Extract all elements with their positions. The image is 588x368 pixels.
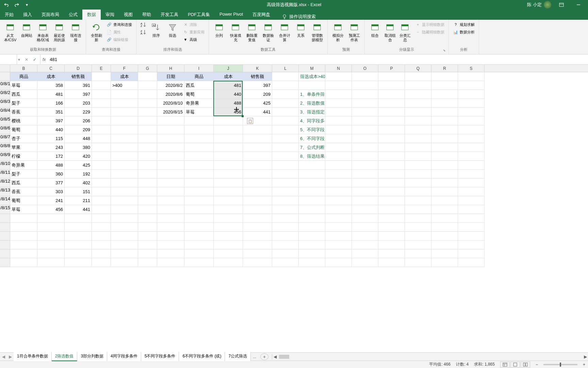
cell[interactable] (138, 99, 157, 108)
cell[interactable]: 440 (214, 90, 243, 99)
properties-button[interactable]: 📄属性 (105, 29, 133, 35)
cell[interactable] (431, 161, 458, 170)
cell[interactable]: 销售额 (65, 72, 92, 81)
ribbon-tab[interactable]: 数据 (82, 10, 101, 20)
cell[interactable] (405, 99, 431, 108)
solver-button[interactable]: ?规划求解 (452, 21, 476, 28)
cell[interactable] (272, 232, 299, 241)
cell[interactable] (157, 232, 184, 241)
cell[interactable] (325, 196, 352, 205)
row-header[interactable] (0, 232, 10, 241)
row-header[interactable] (0, 117, 10, 125)
cell[interactable] (111, 134, 138, 143)
cell[interactable] (378, 170, 405, 179)
cell[interactable]: 2、筛选数值 (299, 99, 325, 108)
cell[interactable] (405, 81, 431, 90)
cell[interactable] (458, 223, 485, 232)
cell[interactable] (92, 214, 111, 223)
cell[interactable] (378, 72, 405, 81)
cell[interactable] (92, 72, 111, 81)
cell[interactable] (352, 241, 378, 249)
cell[interactable]: 葡萄 (10, 125, 37, 134)
cell[interactable] (157, 241, 184, 249)
cell[interactable] (157, 125, 184, 134)
column-header[interactable]: I (184, 65, 214, 72)
cell[interactable] (138, 205, 157, 214)
row-header[interactable] (0, 223, 10, 232)
cell[interactable] (111, 214, 138, 223)
cell[interactable] (405, 170, 431, 179)
cell[interactable] (378, 99, 405, 108)
cell[interactable] (243, 143, 272, 152)
column-header[interactable]: P (378, 65, 405, 72)
cell[interactable]: 209 (65, 125, 92, 134)
cell[interactable] (111, 249, 138, 258)
cell[interactable]: 1、单条件筛选 (299, 90, 325, 99)
forecast-btn-1[interactable]: 预测工作表 (347, 21, 362, 43)
cell[interactable] (405, 179, 431, 187)
cell[interactable] (299, 205, 325, 214)
cell[interactable] (431, 232, 458, 241)
column-header[interactable]: S (458, 65, 485, 72)
cell[interactable] (243, 125, 272, 134)
cell[interactable] (37, 258, 65, 267)
cell[interactable] (352, 187, 378, 196)
cell[interactable] (325, 187, 352, 196)
cell[interactable] (431, 179, 458, 187)
cell[interactable] (378, 205, 405, 214)
cell[interactable] (431, 249, 458, 258)
sheet-tab[interactable]: 4同字段多条件 (107, 352, 141, 361)
cell[interactable] (431, 214, 458, 223)
cell[interactable] (325, 108, 352, 117)
cell[interactable] (243, 258, 272, 267)
cell[interactable]: 奇异果 (10, 161, 37, 170)
cell[interactable]: 樱桃 (10, 117, 37, 125)
cell[interactable] (111, 99, 138, 108)
cell[interactable] (184, 187, 214, 196)
cell[interactable]: 3、筛选指定列数据 (299, 108, 325, 117)
cancel-button[interactable]: ✕ (23, 56, 30, 63)
cell[interactable] (405, 108, 431, 117)
cell[interactable] (378, 258, 405, 267)
cell[interactable] (299, 249, 325, 258)
cell[interactable] (214, 152, 243, 161)
cell[interactable] (325, 143, 352, 152)
cell[interactable]: 243 (37, 143, 65, 152)
cell[interactable] (243, 152, 272, 161)
cell[interactable]: 2020/8/6 (157, 90, 184, 99)
cell[interactable] (272, 125, 299, 134)
cell[interactable] (378, 161, 405, 170)
cell[interactable] (184, 196, 214, 205)
cell[interactable] (214, 187, 243, 196)
cell[interactable] (325, 170, 352, 179)
cell[interactable] (458, 90, 485, 99)
cell[interactable]: 397 (37, 117, 65, 125)
ribbon-tab[interactable]: 公式 (64, 10, 82, 20)
spreadsheet-grid[interactable]: BCDEFGHIJKLMNOPQRS 商品成本销售额成本日期商品成本销售额筛选成… (0, 65, 588, 352)
cell[interactable] (157, 161, 184, 170)
cell[interactable] (431, 99, 458, 108)
cell[interactable] (111, 152, 138, 161)
cell[interactable] (458, 196, 485, 205)
normal-view-button[interactable] (500, 362, 510, 368)
cell[interactable] (214, 241, 243, 249)
hide-detail-button[interactable]: −隐藏明细数据 (414, 29, 446, 35)
cell[interactable]: 苹果 (10, 143, 37, 152)
data-tool-btn-0[interactable]: 分列 (212, 21, 227, 39)
advanced-filter-button[interactable]: ▼高级 (181, 36, 206, 43)
ribbon-tab[interactable]: 插入 (18, 10, 37, 20)
cell[interactable] (458, 161, 485, 170)
cell[interactable] (405, 152, 431, 161)
row-header[interactable] (0, 125, 10, 134)
get-data-btn-2[interactable]: 来自表格/区域 (35, 21, 50, 43)
cell[interactable] (214, 249, 243, 258)
cell[interactable] (431, 187, 458, 196)
cell[interactable] (111, 241, 138, 249)
row-header[interactable] (0, 170, 10, 179)
cell[interactable] (378, 81, 405, 90)
forecast-btn-0[interactable]: 模拟分析 (330, 21, 345, 43)
cell[interactable] (325, 161, 352, 170)
get-data-btn-4[interactable]: 现有连接 (68, 21, 83, 43)
cell[interactable] (138, 179, 157, 187)
cell[interactable] (458, 72, 485, 81)
